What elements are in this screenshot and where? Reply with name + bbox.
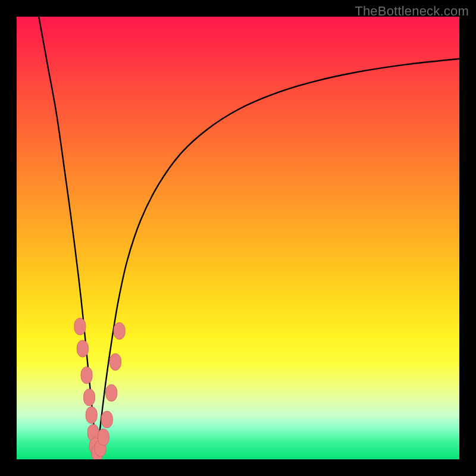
marker-point: [84, 389, 95, 406]
watermark-text: TheBottleneck.com: [355, 4, 469, 19]
marker-point: [98, 429, 109, 446]
marker-point: [74, 318, 86, 335]
plot-area: [17, 17, 459, 459]
bottleneck-curve: [39, 17, 459, 459]
marker-point: [77, 340, 88, 357]
marker-cluster: [74, 318, 125, 459]
curve-layer: [17, 17, 459, 459]
marker-point: [106, 384, 117, 401]
marker-point: [86, 407, 97, 424]
marker-point: [114, 322, 125, 339]
marker-point: [109, 353, 121, 370]
marker-point: [81, 367, 92, 384]
marker-point: [101, 411, 112, 428]
curve-right-branch: [96, 59, 459, 459]
chart-frame: TheBottleneck.com: [0, 0, 476, 476]
